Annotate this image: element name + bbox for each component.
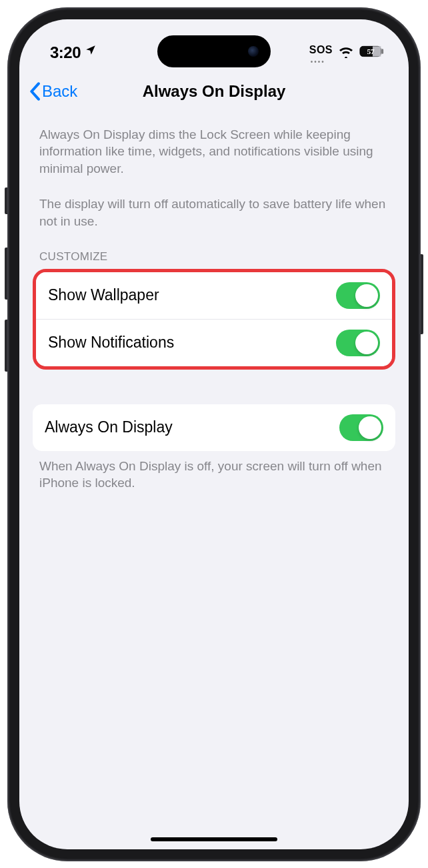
always-on-display-label: Always On Display	[45, 418, 173, 436]
row-show-notifications: Show Notifications	[36, 319, 392, 366]
customize-header: CUSTOMIZE	[33, 230, 395, 269]
screen: 3:20 SOS ••••	[19, 19, 409, 849]
home-indicator[interactable]	[151, 837, 277, 841]
show-wallpaper-label: Show Wallpaper	[48, 286, 159, 304]
description-text: Always On Display dims the Lock Screen w…	[33, 110, 395, 230]
svg-rect-4	[378, 46, 381, 56]
status-time: 3:20	[50, 43, 81, 62]
sos-indicator: SOS ••••	[309, 47, 333, 59]
svg-rect-2	[381, 49, 383, 54]
phone-side-button-right	[421, 254, 423, 334]
dynamic-island	[157, 35, 271, 67]
always-on-display-toggle[interactable]	[339, 414, 383, 441]
phone-frame: 3:20 SOS ••••	[7, 7, 421, 861]
show-wallpaper-toggle[interactable]	[336, 282, 380, 309]
always-on-group: Always On Display	[33, 404, 395, 451]
page-title: Always On Display	[143, 82, 286, 101]
show-notifications-toggle[interactable]	[336, 330, 380, 356]
row-always-on-display: Always On Display	[33, 404, 395, 451]
battery-icon: 57	[359, 45, 385, 60]
highlighted-customize-group: Show Wallpaper Show Notifications	[33, 269, 395, 370]
location-icon	[85, 44, 97, 59]
svg-text:57: 57	[367, 47, 375, 55]
show-notifications-label: Show Notifications	[48, 334, 174, 352]
camera-lens	[248, 46, 259, 57]
wifi-icon	[338, 45, 354, 61]
phone-side-buttons-left	[5, 187, 7, 392]
back-button[interactable]: Back	[29, 82, 77, 101]
row-show-wallpaper: Show Wallpaper	[36, 272, 392, 319]
footer-text: When Always On Display is off, your scre…	[33, 451, 395, 492]
nav-bar: Back Always On Display	[19, 73, 409, 110]
chevron-left-icon	[29, 82, 41, 101]
back-label: Back	[42, 82, 77, 101]
